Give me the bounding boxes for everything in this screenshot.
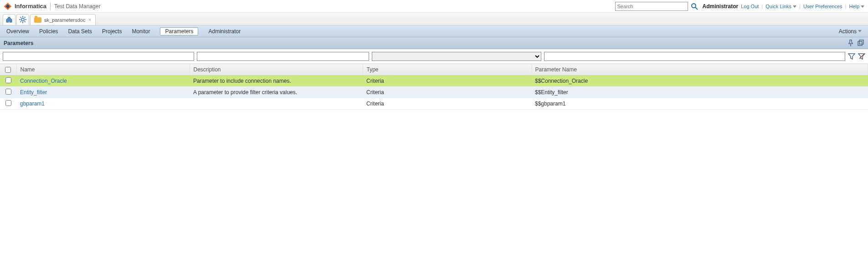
cell-parameter-name: $$Connection_Oracle [531, 76, 868, 87]
cell-parameter-name: $$Entity_filter [531, 87, 868, 98]
select-all-checkbox[interactable] [5, 67, 11, 73]
cell-description: Parameter to include connection names. [190, 76, 363, 87]
row-checkbox[interactable] [5, 100, 11, 106]
parameter-name-link[interactable]: gbparam1 [20, 101, 45, 107]
nav-monitor[interactable]: Monitor [132, 28, 150, 35]
col-header-name[interactable]: Name [16, 64, 190, 76]
parameter-name-link[interactable]: Connection_Oracle [20, 78, 67, 84]
project-tab[interactable]: sk_parametersdoc × [30, 14, 96, 25]
cell-description [190, 98, 363, 110]
search-icon[interactable] [691, 3, 698, 10]
chevron-down-icon [861, 5, 864, 8]
filter-icon[interactable] [848, 53, 855, 60]
col-header-type[interactable]: Type [363, 64, 531, 76]
close-tab-icon[interactable]: × [88, 17, 92, 23]
col-header-parameter-name[interactable]: Parameter Name [531, 64, 868, 76]
svg-line-9 [20, 17, 21, 18]
current-user: Administrator [703, 3, 739, 10]
parameters-table: Name Description Type Parameter Name Con… [0, 64, 868, 110]
home-icon [5, 16, 13, 24]
cell-type: Criteria [363, 76, 531, 87]
parameter-name-link[interactable]: Entity_filter [20, 89, 47, 96]
svg-point-4 [21, 18, 24, 21]
row-checkbox[interactable] [5, 77, 11, 83]
chevron-down-icon [793, 5, 796, 8]
svg-rect-14 [859, 40, 863, 44]
folder-icon [34, 17, 41, 23]
table-row[interactable]: gbparam1 Criteria $$gbparam1 [0, 98, 868, 110]
pin-icon[interactable] [847, 40, 854, 47]
table-row[interactable]: Connection_Oracle Parameter to include c… [0, 76, 868, 87]
filter-description-input[interactable] [197, 52, 369, 61]
actions-menu[interactable]: Actions [839, 28, 862, 35]
svg-line-15 [859, 54, 864, 59]
grid-container: Name Description Type Parameter Name Con… [0, 64, 868, 277]
filter-row [0, 49, 868, 64]
col-header-description[interactable]: Description [190, 64, 363, 76]
svg-line-12 [25, 17, 26, 18]
clear-filter-icon[interactable] [858, 53, 865, 60]
brand-separator [50, 3, 51, 10]
cell-type: Criteria [363, 98, 531, 110]
svg-rect-13 [858, 41, 862, 45]
table-row[interactable]: Entity_filter A parameter to provide fil… [0, 87, 868, 98]
nav-parameters[interactable]: Parameters [160, 27, 198, 35]
nav-projects[interactable]: Projects [102, 28, 122, 35]
filter-parameter-name-input[interactable] [544, 52, 845, 61]
informatica-logo-icon [4, 2, 12, 10]
panel-header: Parameters [0, 37, 868, 49]
filter-name-input[interactable] [3, 52, 194, 61]
gear-icon [19, 16, 26, 24]
quick-links-menu[interactable]: Quick Links [765, 4, 796, 9]
detach-icon[interactable] [857, 40, 864, 47]
brand-bar: Informatica Test Data Manager Administra… [0, 0, 868, 13]
nav-data-sets[interactable]: Data Sets [68, 28, 92, 35]
brand-company: Informatica [15, 3, 46, 10]
user-preferences-link[interactable]: User Preferences [803, 4, 842, 9]
filter-type-select[interactable] [372, 52, 541, 61]
nav-administrator[interactable]: Administrator [208, 28, 241, 35]
brand-app: Test Data Manager [54, 3, 100, 10]
workspace-tab-bar: sk_parametersdoc × [0, 13, 868, 25]
cell-type: Criteria [363, 87, 531, 98]
nav-overview[interactable]: Overview [6, 28, 29, 35]
svg-line-10 [25, 21, 26, 22]
home-tab[interactable] [3, 14, 15, 25]
svg-point-2 [692, 4, 696, 8]
svg-line-11 [20, 21, 21, 22]
cell-parameter-name: $$gbparam1 [531, 98, 868, 110]
search-input[interactable] [615, 2, 688, 11]
chevron-down-icon [858, 30, 862, 32]
help-menu[interactable]: Help [849, 4, 864, 9]
panel-title: Parameters [4, 40, 33, 46]
nav-policies[interactable]: Policies [39, 28, 58, 35]
cell-description: A parameter to provide filter criteria v… [190, 87, 363, 98]
row-checkbox[interactable] [5, 89, 11, 95]
logout-link[interactable]: Log Out [741, 4, 759, 9]
admin-gear-tab[interactable] [16, 14, 29, 25]
svg-line-3 [695, 7, 698, 10]
project-tab-label: sk_parametersdoc [44, 17, 86, 23]
project-subnav: Overview Policies Data Sets Projects Mon… [0, 25, 868, 37]
